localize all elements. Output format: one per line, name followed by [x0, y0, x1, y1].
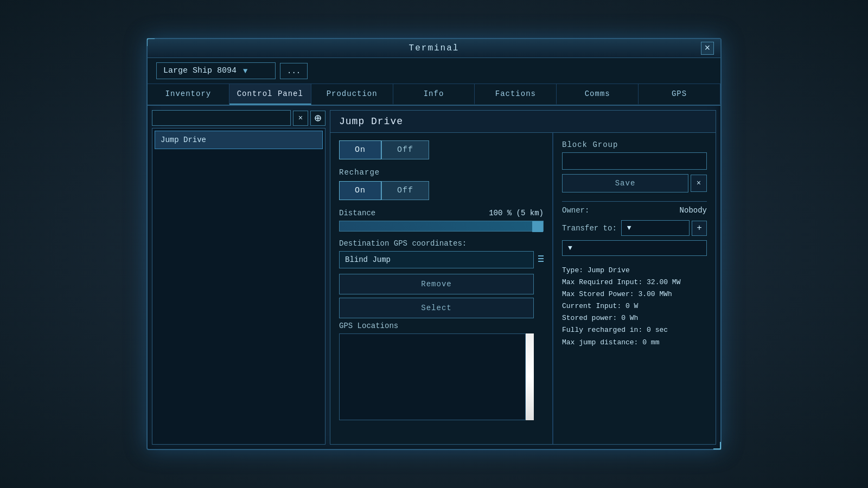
second-dropdown-chevron: ▼ [568, 244, 572, 252]
title-bar: Terminal × [148, 39, 720, 58]
terminal-window: Terminal × Large Ship 8094 ▼ ... Invento… [146, 38, 722, 450]
transfer-label: Transfer to: [562, 224, 617, 233]
search-input[interactable] [152, 110, 291, 126]
stat-max-jump-label: Max jump distance: 0 mm [562, 337, 659, 349]
search-filter-button[interactable] [310, 111, 326, 126]
terminal-title: Terminal [409, 43, 459, 53]
distance-slider[interactable] [339, 221, 544, 232]
ship-dropdown-chevron: ▼ [243, 67, 247, 75]
owner-label: Owner: [562, 206, 589, 215]
stat-max-stored-label: Max Stored Power: 3.00 MWh [562, 288, 672, 300]
divider [562, 201, 707, 202]
distance-value: 100 % (5 km) [489, 209, 544, 217]
gps-locations-label: GPS Locations [339, 322, 534, 330]
tab-info[interactable]: Info [393, 84, 475, 105]
remove-button[interactable]: Remove [339, 274, 534, 294]
owner-row: Owner: Nobody [562, 206, 707, 215]
transfer-add-button[interactable]: + [692, 221, 707, 236]
tab-factions[interactable]: Factions [475, 84, 557, 105]
power-on-button[interactable]: On [339, 140, 381, 159]
ship-dropdown[interactable]: Large Ship 8094 ▼ [156, 62, 276, 79]
transfer-dropdown[interactable]: ▼ [621, 220, 690, 236]
stat-max-input: Max Required Input: 32.00 MW [562, 277, 707, 288]
right-panel: Jump Drive On Off Recharge On Off [330, 110, 716, 445]
tab-control-panel[interactable]: Control Panel [229, 84, 311, 105]
stat-max-input-label: Max Required Input: 32.00 MW [562, 277, 680, 288]
stat-type-label: Type: Jump Drive [562, 265, 630, 277]
select-button[interactable]: Select [339, 298, 534, 318]
block-title: Jump Drive [330, 111, 716, 133]
search-row: × [152, 110, 326, 126]
block-group-section: Block Group Save × [562, 140, 707, 192]
power-toggle-group: On Off [339, 140, 544, 159]
left-panel: × Jump Drive [152, 110, 326, 445]
gps-scrollbar[interactable] [525, 333, 534, 420]
distance-label: Distance [339, 209, 375, 217]
stat-stored-power: Stored power: 0 Wh [562, 312, 707, 324]
save-button[interactable]: Save [562, 174, 688, 192]
gps-label: Destination GPS coordinates: [339, 239, 534, 248]
group-close-button[interactable]: × [691, 175, 707, 192]
recharge-off-button[interactable]: Off [381, 181, 429, 200]
transfer-row: Transfer to: ▼ + [562, 220, 707, 236]
transfer-dropdown-chevron: ▼ [627, 224, 631, 232]
power-off-button[interactable]: Off [381, 140, 429, 159]
tab-gps[interactable]: GPS [639, 84, 720, 105]
recharge-toggle-group: On Off [339, 181, 544, 200]
list-item[interactable]: Jump Drive [155, 131, 323, 149]
second-dropdown[interactable]: ▼ [562, 240, 707, 256]
block-group-label: Block Group [562, 140, 707, 149]
stat-current-input-label: Current Input: 0 W [562, 300, 638, 312]
stat-recharged-in-label: Fully recharged in: 0 sec [562, 324, 668, 336]
owner-value: Nobody [680, 206, 707, 215]
ship-name: Large Ship 8094 [163, 66, 237, 75]
stat-max-stored: Max Stored Power: 3.00 MWh [562, 288, 707, 300]
search-clear-button[interactable]: × [293, 111, 308, 126]
block-list[interactable]: Jump Drive [152, 128, 326, 445]
block-group-actions: Save × [562, 174, 707, 192]
tab-comms[interactable]: Comms [557, 84, 639, 105]
tab-inventory[interactable]: Inventory [148, 84, 229, 105]
main-content: × Jump Drive Jump Drive [148, 106, 720, 449]
recharge-on-button[interactable]: On [339, 181, 381, 200]
gps-input-row [339, 251, 534, 268]
tabs-row: Inventory Control Panel Production Info … [148, 84, 720, 106]
recharge-label: Recharge [339, 168, 544, 177]
stat-type: Type: Jump Drive [562, 265, 707, 277]
gps-locations-box [339, 333, 534, 420]
stat-current-input: Current Input: 0 W [562, 300, 707, 312]
block-group-input[interactable] [562, 152, 707, 170]
ship-selector-row: Large Ship 8094 ▼ ... [148, 58, 720, 84]
gps-input[interactable] [339, 251, 534, 268]
stat-max-jump: Max jump distance: 0 mm [562, 337, 707, 349]
stat-stored-power-label: Stored power: 0 Wh [562, 312, 638, 324]
close-button[interactable]: × [701, 42, 714, 55]
stats-section: Type: Jump Drive Max Required Input: 32.… [562, 265, 707, 349]
scroll-indicator [538, 255, 544, 262]
tab-production[interactable]: Production [311, 84, 393, 105]
distance-row: Distance 100 % (5 km) [339, 209, 544, 217]
ship-menu-button[interactable]: ... [280, 63, 308, 79]
stat-recharged-in: Fully recharged in: 0 sec [562, 324, 707, 336]
